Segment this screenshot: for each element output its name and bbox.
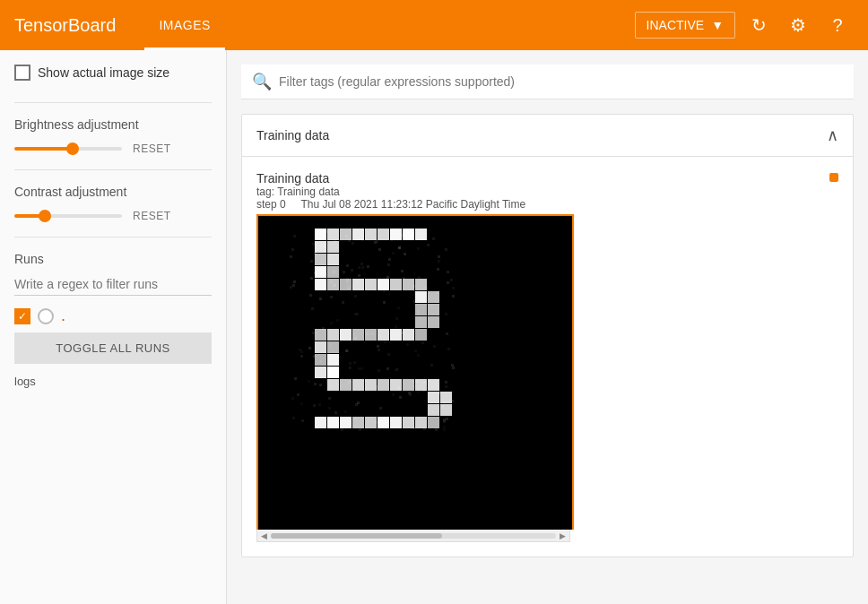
contrast-slider-row: RESET <box>14 210 212 222</box>
training-card-header[interactable]: Training data ∧ <box>242 115 853 157</box>
brightness-slider[interactable] <box>14 147 122 151</box>
runs-section: Runs . TOGGLE ALL RUNS logs <box>14 252 212 388</box>
orange-dot-indicator <box>829 173 838 182</box>
refresh-icon: ↻ <box>751 14 767 36</box>
contrast-section: Contrast adjustment RESET <box>14 185 212 222</box>
brightness-section: Brightness adjustment RESET <box>14 117 212 155</box>
image-container: ◀ ▶ <box>256 214 574 542</box>
training-card-body: Training data tag: Training data step 0 … <box>242 157 853 557</box>
runs-filter-input[interactable] <box>14 273 212 296</box>
training-card-title: Training data <box>256 128 329 142</box>
header-right: INACTIVE ▼ ↻ ⚙ ? <box>635 9 854 41</box>
search-icon: 🔍 <box>252 72 272 91</box>
image-info-left: Training data tag: Training data step 0 … <box>256 171 525 211</box>
logs-label: logs <box>14 375 212 388</box>
run-checkbox[interactable] <box>14 308 30 324</box>
show-image-size-checkbox[interactable] <box>14 65 30 81</box>
brightness-slider-row: RESET <box>14 142 212 155</box>
app-header: TensorBoard IMAGES INACTIVE ▼ ↻ ⚙ ? <box>0 0 868 50</box>
image-timestamp: Thu Jul 08 2021 11:23:12 Pacific Dayligh… <box>300 198 525 211</box>
image-info-header: Training data tag: Training data step 0 … <box>256 171 838 211</box>
runs-title: Runs <box>14 252 212 266</box>
chevron-up-icon: ∧ <box>827 125 838 145</box>
search-input[interactable] <box>279 74 843 89</box>
settings-button[interactable]: ⚙ <box>782 9 814 41</box>
main-content: 🔍 Training data ∧ Training data tag: Tra… <box>227 50 868 604</box>
run-item: . <box>14 306 212 325</box>
inactive-dropdown[interactable]: INACTIVE ▼ <box>635 12 735 39</box>
run-radio[interactable] <box>38 308 54 324</box>
show-image-size-option: Show actual image size <box>14 65 212 81</box>
main-layout: Show actual image size Brightness adjust… <box>0 50 868 604</box>
contrast-slider[interactable] <box>14 214 122 218</box>
image-title: Training data <box>256 171 525 186</box>
chevron-down-icon: ▼ <box>711 18 724 32</box>
contrast-reset-button[interactable]: RESET <box>133 210 171 222</box>
help-icon: ? <box>832 15 842 36</box>
image-border-top <box>256 214 574 530</box>
divider-3 <box>14 237 212 237</box>
divider-2 <box>14 169 212 170</box>
contrast-label: Contrast adjustment <box>14 185 212 199</box>
scroll-right-arrow[interactable]: ▶ <box>560 531 566 540</box>
training-card: Training data ∧ Training data tag: Train… <box>241 114 854 557</box>
app-logo: TensorBoard <box>14 15 116 36</box>
refresh-button[interactable]: ↻ <box>742 9 775 41</box>
gear-icon: ⚙ <box>790 14 806 36</box>
mnist-image-canvas <box>258 216 572 530</box>
nav-tab-images[interactable]: IMAGES <box>144 0 224 50</box>
scroll-left-arrow[interactable]: ◀ <box>261 531 267 540</box>
scroll-track <box>271 533 556 539</box>
brightness-reset-button[interactable]: RESET <box>133 142 171 155</box>
show-image-size-label: Show actual image size <box>38 65 169 80</box>
help-button[interactable]: ? <box>821 9 854 41</box>
toggle-all-runs-button[interactable]: TOGGLE ALL RUNS <box>14 332 212 364</box>
header-nav: IMAGES <box>144 0 634 50</box>
brightness-label: Brightness adjustment <box>14 117 212 132</box>
horizontal-scrollbar[interactable]: ◀ ▶ <box>256 530 570 542</box>
image-step: step 0 Thu Jul 08 2021 11:23:12 Pacific … <box>256 198 525 211</box>
scroll-thumb[interactable] <box>271 533 442 539</box>
divider-1 <box>14 102 212 103</box>
search-bar: 🔍 <box>241 65 854 99</box>
run-dot-label: . <box>61 306 65 325</box>
sidebar: Show actual image size Brightness adjust… <box>0 50 227 604</box>
image-tag: tag: Training data <box>256 186 525 198</box>
